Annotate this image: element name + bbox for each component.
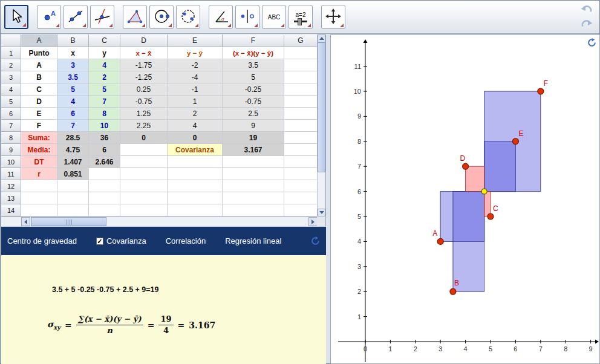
cell-C14[interactable]	[89, 204, 120, 216]
cell-E11[interactable]	[168, 168, 223, 180]
cell-G10[interactable]	[284, 156, 318, 168]
covarianza-checkbox[interactable]	[96, 238, 103, 245]
tool-dropdown-caret-icon[interactable]	[56, 24, 59, 27]
cell-E1[interactable]: y − ȳ	[168, 47, 223, 59]
cell-C8[interactable]: 36	[89, 132, 120, 144]
cell-B9[interactable]: 4.75	[57, 144, 89, 156]
cell-B7[interactable]: 7	[57, 120, 89, 132]
row-header-5[interactable]: 5	[1, 96, 21, 108]
cell-F8[interactable]: 19	[223, 132, 284, 144]
vertical-scroll-thumb[interactable]	[318, 42, 325, 172]
scroll-right-arrow-icon[interactable]	[308, 217, 318, 226]
cell-A4[interactable]: C	[21, 83, 57, 96]
cell-B5[interactable]: 4	[57, 96, 89, 108]
cell-G3[interactable]	[284, 71, 318, 83]
cell-E2[interactable]: -2	[168, 59, 223, 71]
tool-dropdown-caret-icon[interactable]	[307, 24, 311, 27]
cell-D5[interactable]: -0.75	[120, 96, 168, 108]
cell-E6[interactable]: 2	[168, 108, 223, 120]
cell-C7[interactable]: 10	[89, 120, 120, 132]
cell-G9[interactable]	[284, 144, 318, 156]
undo-button[interactable]	[578, 3, 596, 16]
circle-tool-button[interactable]	[149, 5, 174, 29]
cell-C12[interactable]	[89, 180, 120, 192]
row-header-4[interactable]: 4	[1, 83, 21, 96]
point-B[interactable]	[450, 288, 456, 294]
tool-dropdown-caret-icon[interactable]	[340, 24, 344, 27]
sheet-vertical-scrollbar[interactable]	[317, 34, 325, 216]
cell-B4[interactable]: 5	[57, 83, 89, 96]
cell-A8[interactable]: Suma:	[21, 132, 57, 144]
row-header-7[interactable]: 7	[1, 120, 21, 132]
cell-A7[interactable]: F	[21, 120, 57, 132]
cell-F7[interactable]: 9	[223, 120, 284, 132]
cell-C13[interactable]	[89, 192, 120, 204]
redo-button[interactable]	[578, 18, 596, 31]
cell-D6[interactable]: 1.25	[120, 108, 168, 120]
cell-D14[interactable]	[120, 204, 168, 216]
row-header-13[interactable]: 13	[1, 192, 21, 204]
panel-option-correlacion[interactable]: Correlación	[166, 236, 206, 245]
tool-dropdown-caret-icon[interactable]	[22, 23, 26, 27]
cell-B11[interactable]: 0.851	[57, 168, 89, 180]
cell-A1[interactable]: Punto	[21, 47, 57, 59]
cell-D2[interactable]: -1.75	[120, 59, 168, 71]
row-header-3[interactable]: 3	[1, 71, 21, 83]
angle-tool-button[interactable]: α	[209, 5, 233, 29]
cell-E9[interactable]: Covarianza	[168, 144, 223, 156]
cell-D12[interactable]	[120, 180, 168, 192]
cell-A2[interactable]: A	[21, 59, 57, 71]
point-A[interactable]	[437, 238, 443, 244]
cell-D1[interactable]: x − x̄	[120, 47, 168, 59]
row-header-12[interactable]: 12	[1, 180, 21, 192]
row-header-2[interactable]: 2	[1, 59, 21, 71]
cell-B12[interactable]	[57, 180, 89, 192]
cell-D11[interactable]	[120, 168, 168, 180]
cell-C1[interactable]: y	[89, 47, 120, 59]
cell-F10[interactable]	[223, 156, 284, 168]
panel-option-regresion-lineal[interactable]: Regresión lineal	[225, 236, 281, 245]
cell-E7[interactable]: 4	[168, 120, 223, 132]
product-rect-D[interactable]	[466, 166, 484, 191]
cell-A5[interactable]: D	[21, 96, 57, 108]
cell-A12[interactable]	[21, 180, 57, 192]
cell-C4[interactable]: 5	[89, 83, 120, 96]
cell-C10[interactable]: 2.646	[89, 156, 120, 168]
cell-A11[interactable]: r	[21, 168, 57, 180]
cell-D4[interactable]: 0.25	[120, 83, 168, 96]
cell-C5[interactable]: 7	[89, 96, 120, 108]
cell-B10[interactable]: 1.407	[57, 156, 89, 168]
refresh-icon[interactable]	[311, 236, 320, 245]
cell-C6[interactable]: 8	[89, 108, 120, 120]
row-header-9[interactable]: 9	[1, 144, 21, 156]
cell-E10[interactable]	[168, 156, 223, 168]
cell-C11[interactable]	[89, 168, 120, 180]
cell-E13[interactable]	[168, 192, 223, 204]
tool-dropdown-caret-icon[interactable]	[254, 24, 258, 27]
refresh-icon[interactable]	[587, 38, 596, 47]
cell-A10[interactable]: DT	[21, 156, 57, 168]
graph-canvas[interactable]: 01234567891234567891011ABCDEF	[331, 35, 599, 363]
cell-D13[interactable]	[120, 192, 168, 204]
cell-E8[interactable]: 0	[168, 132, 223, 144]
column-header-A[interactable]: A	[21, 34, 57, 47]
cell-G8[interactable]	[284, 132, 318, 144]
cell-F3[interactable]: 5	[223, 71, 284, 83]
column-header-F[interactable]: F	[223, 34, 284, 47]
point-tool-button[interactable]: A	[37, 5, 61, 29]
column-header-G[interactable]: G	[284, 34, 318, 47]
move-graphics-tool-button[interactable]	[321, 5, 345, 29]
conic-tool-button[interactable]	[176, 5, 200, 29]
cell-A3[interactable]: B	[21, 71, 57, 83]
cell-B14[interactable]	[57, 204, 89, 216]
cell-B1[interactable]: x	[57, 47, 89, 59]
cell-D7[interactable]: 2.25	[120, 120, 168, 132]
tool-dropdown-caret-icon[interactable]	[168, 24, 172, 27]
tool-dropdown-caret-icon[interactable]	[142, 24, 145, 27]
cell-E4[interactable]: -1	[168, 83, 223, 96]
sheet-horizontal-scrollbar[interactable]	[21, 216, 318, 226]
cell-D3[interactable]: -1.25	[120, 71, 168, 83]
point-F[interactable]	[538, 88, 544, 94]
cell-F2[interactable]: 3.5	[223, 59, 284, 71]
point-E[interactable]	[512, 138, 518, 145]
